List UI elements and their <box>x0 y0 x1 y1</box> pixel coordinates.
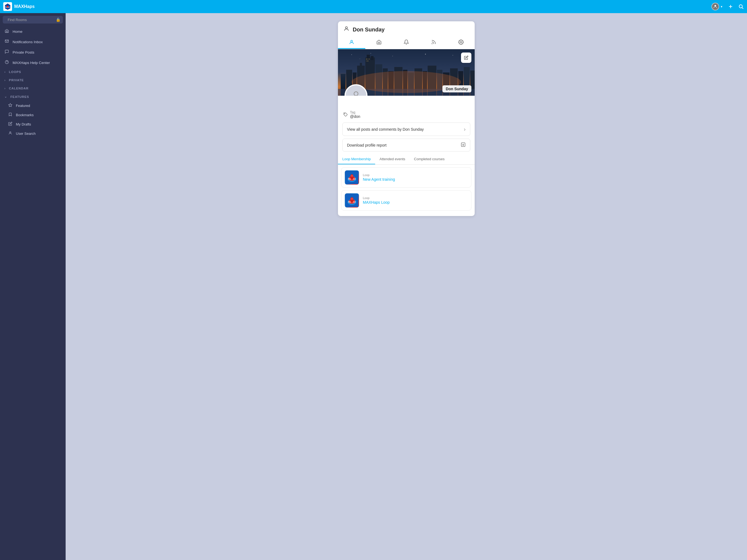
sidebar-section-features[interactable]: ⌄ FEATURES <box>0 93 66 101</box>
download-icon <box>461 142 466 148</box>
search-icon[interactable] <box>738 4 744 9</box>
svg-rect-32 <box>360 63 362 68</box>
user-search-icon <box>8 131 12 136</box>
sidebar: 🔒 Home Notifications Inbox Private Posts <box>0 13 66 560</box>
view-posts-button[interactable]: View all posts and comments by Don Sunda… <box>342 123 470 136</box>
bookmarks-icon <box>8 112 12 117</box>
person-icon <box>343 26 350 33</box>
svg-point-27 <box>360 58 360 59</box>
tab-profile[interactable] <box>338 36 365 49</box>
sidebar-item-home-label: Home <box>12 29 22 34</box>
chevron-right-private-icon: › <box>4 78 6 82</box>
loop-type-maxhaps: Loop <box>363 196 468 200</box>
sidebar-item-my-drafts[interactable]: My Drafts <box>0 120 66 129</box>
loop-type-new-agent: Loop <box>363 173 468 177</box>
sidebar-section-features-label: FEATURES <box>10 95 29 98</box>
svg-point-67 <box>351 175 353 177</box>
loop-name-new-agent: New Agent training <box>363 177 468 182</box>
sidebar-item-notifications[interactable]: Notifications Inbox <box>0 36 66 47</box>
svg-marker-15 <box>8 103 12 107</box>
user-avatar <box>712 3 719 10</box>
profile-card: Don Sunday <box>338 21 475 216</box>
svg-point-26 <box>453 55 453 55</box>
sidebar-item-home[interactable]: Home <box>0 26 66 36</box>
home-icon <box>4 29 9 34</box>
topbar-icons: ▼ <box>712 3 744 10</box>
svg-line-9 <box>742 8 743 9</box>
loop-item-maxhaps-loop[interactable]: RE/MAX Loop MAXHaps Loop <box>341 190 471 210</box>
svg-rect-38 <box>369 59 370 59</box>
sidebar-item-help-label: MAXHaps Help Center <box>12 61 50 65</box>
add-icon[interactable] <box>728 4 733 9</box>
sidebar-item-bookmarks-label: Bookmarks <box>16 113 34 117</box>
svg-rect-35 <box>371 56 374 60</box>
sidebar-item-private-posts[interactable]: Private Posts <box>0 47 66 57</box>
loop-name-maxhaps: MAXHaps Loop <box>363 200 468 205</box>
sidebar-section-loops[interactable]: › LOOPS <box>0 68 66 76</box>
profile-user-name: Don Sunday <box>353 27 385 33</box>
tag-section: Tag @don <box>338 96 475 123</box>
chevron-down-icon: ▼ <box>720 5 723 8</box>
sidebar-section-loops-label: LOOPS <box>9 70 21 74</box>
svg-point-19 <box>432 44 432 44</box>
svg-point-8 <box>739 5 742 8</box>
loop-thumb-maxhaps: RE/MAX <box>345 193 359 207</box>
tag-value: @don <box>350 114 360 119</box>
sidebar-section-private[interactable]: › PRIVATE <box>0 76 66 84</box>
svg-point-59 <box>344 113 345 114</box>
sub-tab-attended-events[interactable]: Attended events <box>375 154 410 164</box>
sidebar-item-featured-label: Featured <box>16 104 30 108</box>
svg-point-18 <box>351 40 353 42</box>
sidebar-item-user-search[interactable]: User Search <box>0 129 66 138</box>
sidebar-section-calendar[interactable]: › CALENDAR <box>0 84 66 93</box>
loop-info-maxhaps: Loop MAXHaps Loop <box>363 196 468 205</box>
tab-notifications[interactable] <box>393 36 420 49</box>
profile-tabs <box>338 36 475 49</box>
help-icon <box>4 60 9 65</box>
tag-info: Tag @don <box>350 110 360 119</box>
svg-point-73 <box>351 198 353 200</box>
svg-rect-40 <box>367 61 368 61</box>
svg-point-25 <box>425 54 426 55</box>
sidebar-item-featured[interactable]: Featured <box>0 101 66 110</box>
topbar: RE/MAX MAXHaps ▼ <box>0 0 747 13</box>
tag-label: Tag <box>350 110 360 114</box>
sidebar-item-bookmarks[interactable]: Bookmarks <box>0 110 66 120</box>
sidebar-section-private-label: PRIVATE <box>9 78 24 82</box>
banner-edit-button[interactable] <box>461 52 471 63</box>
sidebar-item-private-posts-label: Private Posts <box>12 50 34 54</box>
loop-list: RE/MAX Loop New Agent training <box>338 164 475 216</box>
private-posts-icon <box>4 50 9 55</box>
profile-card-header: Don Sunday <box>338 21 475 33</box>
svg-point-17 <box>345 27 347 29</box>
lock-icon: 🔒 <box>56 18 60 22</box>
sidebar-item-user-search-label: User Search <box>16 131 35 136</box>
tab-settings[interactable] <box>447 36 475 49</box>
download-report-button[interactable]: Download profile report <box>342 138 470 152</box>
profile-sub-tabs: Loop Membership Attended events Complete… <box>338 154 475 164</box>
sidebar-search-container[interactable]: 🔒 <box>3 16 63 24</box>
chevron-right-calendar-icon: › <box>4 87 6 90</box>
svg-point-24 <box>392 56 393 56</box>
find-rooms-input[interactable] <box>8 18 54 22</box>
sidebar-item-my-drafts-label: My Drafts <box>16 122 31 126</box>
drafts-icon <box>8 122 12 127</box>
svg-point-22 <box>351 54 352 55</box>
svg-text:RE/MAX: RE/MAX <box>5 6 11 8</box>
content-area: Don Sunday <box>66 13 747 560</box>
sub-tab-loop-membership[interactable]: Loop Membership <box>338 154 375 164</box>
tag-icon <box>343 112 348 117</box>
svg-rect-39 <box>366 61 367 61</box>
sidebar-item-help[interactable]: MAXHaps Help Center <box>0 57 66 68</box>
svg-point-16 <box>9 132 11 133</box>
tab-home[interactable] <box>365 36 393 49</box>
logo-badge: RE/MAX <box>3 2 12 11</box>
sub-tab-completed-courses[interactable]: Completed courses <box>410 154 449 164</box>
chevron-down-features-icon: ⌄ <box>4 95 7 98</box>
svg-point-5 <box>715 5 716 6</box>
app-logo[interactable]: RE/MAX MAXHaps <box>3 2 35 11</box>
banner-name-badge: Don Sunday <box>442 85 471 93</box>
tab-feed[interactable] <box>420 36 447 49</box>
loop-item-new-agent-training[interactable]: RE/MAX Loop New Agent training <box>341 167 471 187</box>
user-menu[interactable]: ▼ <box>712 3 723 10</box>
